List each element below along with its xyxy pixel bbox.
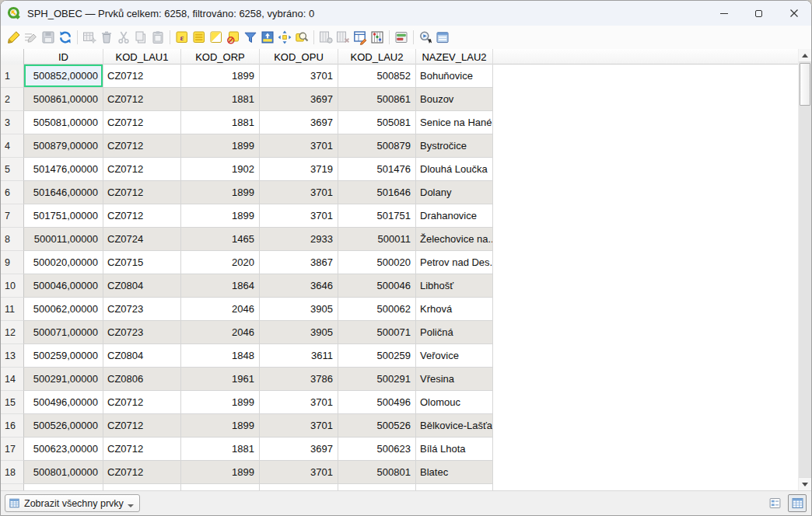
select-all-button[interactable] [191,28,208,47]
cell-nazev_lau2[interactable]: Dolany [416,181,493,204]
cell-id[interactable]: 501646,00000 [24,181,103,204]
cell-kod_orp[interactable]: 1899 [181,461,260,484]
row-number[interactable]: 10 [1,274,24,298]
cell-id[interactable]: 500526,00000 [24,414,103,438]
copy-button[interactable] [132,28,149,47]
cell-nazev_lau2[interactable]: Bílá Lhota [416,438,493,461]
select-by-expression-button[interactable]: ε [173,28,191,47]
cell-id[interactable]: 500011,00000 [24,228,103,251]
field-calculator-button[interactable] [352,28,369,47]
cell-kod_lau1[interactable]: CZ0804 [103,274,181,298]
cell-kod_orp[interactable]: 2020 [181,251,260,274]
cell-kod_lau1[interactable]: CZ0712 [103,111,181,134]
cell-kod_lau1[interactable]: CZ0712 [103,158,181,181]
minimize-button[interactable] [706,1,741,26]
cell-kod_lau2[interactable]: 500259 [338,344,416,368]
cell-nazev_lau2[interactable]: Bělkovice-Lašťa... [416,414,493,438]
paste-button[interactable] [149,28,166,47]
cell-kod_orp[interactable]: 1899 [181,484,260,490]
cell-kod_orp[interactable]: 1848 [181,344,260,368]
cell-kod_lau1[interactable]: CZ0804 [103,344,181,368]
scrollbar-thumb[interactable] [800,63,810,106]
cell-id[interactable]: 500801,00000 [24,461,103,484]
column-header-kod_orp[interactable]: KOD_ORP [181,49,260,64]
row-number[interactable]: 15 [1,391,24,414]
cell-id[interactable]: 500852,00000 [24,64,103,88]
cell-kod_opu[interactable]: 3786 [260,368,338,391]
cell-kod_orp[interactable]: 1899 [181,204,260,228]
cell-nazev_lau2[interactable]: Bohuňovice [416,64,493,88]
cell-kod_lau2[interactable]: 505081 [338,111,416,134]
deselect-all-button[interactable] [225,28,242,47]
cell-kod_opu[interactable]: 3701 [260,414,338,438]
cell-kod_lau1[interactable]: CZ0712 [103,484,181,490]
dock-attribute-table-button[interactable] [393,28,410,47]
column-header-nazev_lau2[interactable]: NAZEV_LAU2 [416,49,493,64]
cell-id[interactable]: 500020,00000 [24,251,103,274]
cell-kod_orp[interactable]: 1864 [181,274,260,298]
cell-kod_lau2[interactable]: 500763 [338,484,416,490]
cell-kod_lau1[interactable]: CZ0712 [103,438,181,461]
row-number[interactable]: 2 [1,88,24,111]
cut-button[interactable] [115,28,132,47]
cell-nazev_lau2[interactable]: Petrov nad Des... [416,251,493,274]
toggle-editing-button[interactable] [5,28,23,47]
cell-kod_lau1[interactable]: CZ0806 [103,368,181,391]
cell-kod_orp[interactable]: 2046 [181,321,260,344]
row-number[interactable]: 14 [1,368,24,391]
table-view-toggle-button[interactable] [788,494,807,512]
cell-id[interactable]: 500291,00000 [24,368,103,391]
cell-kod_lau2[interactable]: 500496 [338,391,416,414]
cell-kod_lau1[interactable]: CZ0712 [103,414,181,438]
select-all-corner[interactable] [1,49,24,64]
cell-kod_opu[interactable]: 3697 [260,438,338,461]
cell-kod_orp[interactable]: 1465 [181,228,260,251]
save-edits-button[interactable] [40,28,57,47]
cell-kod_lau2[interactable]: 500861 [338,88,416,111]
cell-nazev_lau2[interactable]: Bystročice [416,134,493,158]
cell-kod_lau1[interactable]: CZ0712 [103,461,181,484]
cell-nazev_lau2[interactable]: Olomouc [416,391,493,414]
cell-kod_lau1[interactable]: CZ0723 [103,298,181,321]
cell-nazev_lau2[interactable]: Dlouhá Loučka [416,158,493,181]
maximize-button[interactable] [741,1,776,26]
cell-kod_lau2[interactable]: 500071 [338,321,416,344]
row-number[interactable]: 3 [1,111,24,134]
row-number[interactable]: 5 [1,158,24,181]
cell-id[interactable]: 500259,00000 [24,344,103,368]
cell-kod_opu[interactable]: 3867 [260,251,338,274]
cell-kod_lau2[interactable]: 500046 [338,274,416,298]
pan-to-selection-button[interactable] [276,28,293,47]
cell-kod_lau2[interactable]: 501646 [338,181,416,204]
cell-kod_opu[interactable]: 3701 [260,461,338,484]
cell-nazev_lau2[interactable]: Senice na Hané [416,111,493,134]
cell-kod_opu[interactable]: 3719 [260,158,338,181]
column-header-kod_lau1[interactable]: KOD_LAU1 [103,49,181,64]
cell-kod_lau2[interactable]: 501476 [338,158,416,181]
cell-nazev_lau2[interactable]: Drahanovice [416,204,493,228]
cell-nazev_lau2[interactable]: Libhošť [416,274,493,298]
cell-nazev_lau2[interactable]: Želechovice na... [416,228,493,251]
scrollbar-down-button[interactable] [799,477,811,490]
cell-kod_lau2[interactable]: 500011 [338,228,416,251]
cell-kod_orp[interactable]: 1899 [181,414,260,438]
cell-kod_orp[interactable]: 1899 [181,391,260,414]
multiedit-button[interactable] [23,28,40,47]
cell-id[interactable]: 500879,00000 [24,134,103,158]
cell-id[interactable]: 500071,00000 [24,321,103,344]
close-button[interactable] [776,1,811,26]
cell-kod_lau1[interactable]: CZ0724 [103,228,181,251]
cell-kod_lau2[interactable]: 500623 [338,438,416,461]
row-number[interactable]: 16 [1,414,24,438]
row-number[interactable]: 11 [1,298,24,321]
cell-kod_orp[interactable]: 1899 [181,134,260,158]
cell-nazev_lau2[interactable]: Vřesina [416,368,493,391]
column-header-id[interactable]: ID [24,49,103,64]
cell-id[interactable]: 500062,00000 [24,298,103,321]
cell-kod_opu[interactable]: 3701 [260,391,338,414]
row-number[interactable]: 17 [1,438,24,461]
vertical-scrollbar[interactable] [798,49,811,490]
cell-kod_orp[interactable]: 1881 [181,438,260,461]
cell-kod_orp[interactable]: 1961 [181,368,260,391]
cell-kod_opu[interactable]: 3701 [260,484,338,490]
